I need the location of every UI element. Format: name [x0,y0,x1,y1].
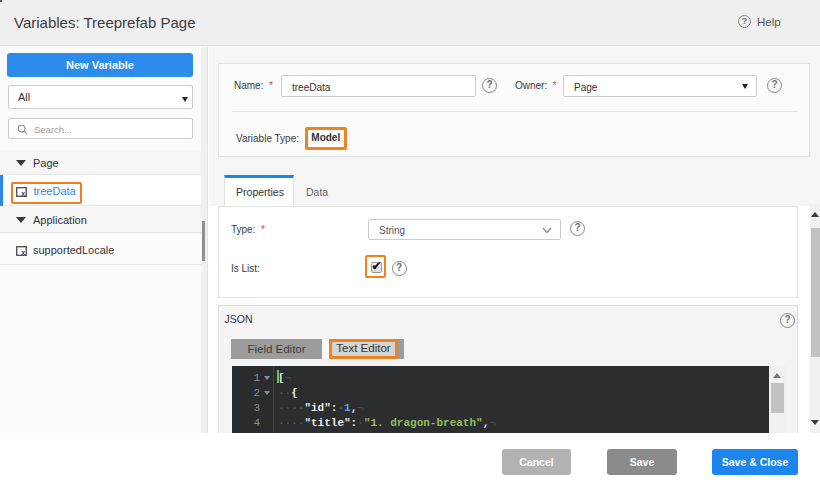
svg-text:x: x [21,249,25,256]
svg-text:x: x [21,190,25,197]
